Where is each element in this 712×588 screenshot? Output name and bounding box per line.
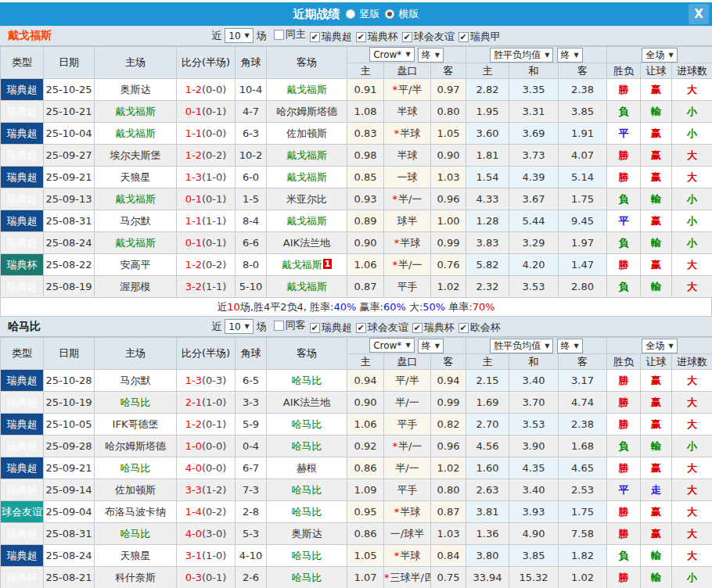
league-cell: 瑞典超 — [1, 123, 44, 145]
home-odds-cell: 0.85 — [347, 167, 384, 188]
final-odds-select[interactable]: 终▼ — [418, 48, 444, 63]
handicap-cell: *半/一 — [384, 436, 431, 457]
mean-away-cell: 2.38 — [559, 79, 607, 101]
result-handicap-cell: 輸 — [641, 436, 672, 457]
mean-draw-cell: 3.67 — [509, 188, 559, 210]
score-cell: 1-2(0-0) — [177, 79, 236, 101]
checkbox-checked-icon[interactable] — [412, 323, 423, 333]
match-row: 瑞典超25-08-19渥那模3-2(1-1)5-10戴戈福斯0.87平手1.02… — [1, 276, 712, 298]
score-cell: 3-3(1-2) — [177, 479, 236, 501]
bookmaker-select[interactable]: Crow*▼ — [369, 47, 414, 62]
home-team-cell: 布洛马波卡纳 — [95, 501, 177, 523]
checkbox-checked-icon[interactable] — [356, 323, 366, 333]
mean-select[interactable]: 胜平负均值▼ — [490, 339, 553, 353]
chevron-down-icon: ▼ — [245, 32, 250, 39]
score-cell: 4-0(0-0) — [177, 457, 236, 479]
league-filter-checked[interactable]: 球会友谊 — [402, 30, 455, 44]
away-odds-cell: 0.94 — [431, 370, 466, 392]
chevron-down-icon: ▼ — [668, 52, 673, 59]
result-wdl-cell: 勝 — [607, 501, 641, 523]
league-filter-checked[interactable]: 瑞典甲 — [458, 30, 501, 44]
league-filter-checked[interactable]: 瑞典超 — [310, 30, 352, 44]
recent-count-select[interactable]: 10 ▼ — [225, 28, 253, 43]
league-filter-checked[interactable]: 瑞典杯 — [356, 30, 398, 44]
date-cell: 25-10-19 — [44, 392, 95, 414]
scope-select[interactable]: 全场▼ — [642, 339, 677, 353]
checkbox-checked-icon[interactable] — [458, 32, 469, 42]
checkbox-checked-icon[interactable] — [458, 323, 469, 333]
league-cell: 瑞典超 — [1, 370, 44, 392]
result-goals-cell: 大 — [672, 254, 712, 276]
radio-vertical-layout[interactable] — [346, 9, 355, 19]
away-team-cell: 奥斯达 — [267, 523, 347, 545]
match-row: 瑞典超25-09-28哈尔姆斯塔德1-0(0-0)0-4哈马比0.92*半/一0… — [1, 436, 712, 457]
checkbox-checked-icon[interactable] — [310, 32, 320, 42]
odds-source-header: Crow*▼ 终▼ — [347, 47, 466, 63]
checkbox-unchecked-icon[interactable] — [274, 321, 284, 331]
result-wdl-cell: 平 — [607, 123, 641, 145]
mean-draw-cell: 4.90 — [509, 523, 559, 545]
select-value: Crow* — [373, 49, 401, 60]
radio-horizontal-label[interactable]: 横版 — [399, 7, 419, 21]
league-cell: 瑞典超 — [1, 457, 44, 479]
sub-mean-away: 客 — [559, 354, 607, 370]
col-score: 比分(半场) — [177, 338, 236, 370]
away-odds-cell: 0.87 — [431, 501, 466, 523]
checkbox-checked-icon[interactable] — [356, 32, 366, 42]
odds-source-header: Crow*▼ 终▼ — [347, 338, 466, 354]
league-filter-unchecked[interactable]: 同主 — [274, 27, 306, 41]
result-wdl-cell: 負 — [607, 545, 641, 567]
team-name: 哈马比 — [8, 320, 41, 334]
mean-home-cell: 1.36 — [466, 523, 509, 545]
final-mean-select[interactable]: 终▼ — [557, 48, 583, 63]
radio-vertical-label[interactable]: 竖版 — [360, 7, 380, 21]
mean-draw-cell: 15.32 — [509, 567, 559, 588]
scope-select[interactable]: 全场▼ — [642, 48, 677, 63]
league-filter-list: 同客瑞典超球会友谊瑞典杯欧会杯 — [270, 318, 501, 335]
checkbox-unchecked-icon[interactable] — [274, 30, 284, 40]
result-goals-cell: 大 — [672, 392, 712, 414]
col-home: 主场 — [95, 338, 177, 370]
col-type: 类型 — [1, 47, 44, 79]
radio-horizontal-layout[interactable] — [385, 9, 394, 19]
match-row: 瑞典超25-10-21戴戈福斯0-1(0-1)4-7哈尔姆斯塔德1.08半球0.… — [1, 101, 712, 123]
recent-count-select[interactable]: 10 ▼ — [225, 319, 253, 334]
chevron-down-icon: ▼ — [574, 52, 579, 59]
corner-cell: 6-7 — [236, 457, 267, 479]
league-filter-checked[interactable]: 瑞典超 — [310, 321, 352, 335]
mean-draw-cell: 4.39 — [509, 167, 559, 188]
home-odds-cell: 0.89 — [347, 210, 384, 232]
league-filter-checked[interactable]: 欧会杯 — [458, 321, 501, 335]
away-odds-cell: 1.00 — [431, 210, 466, 232]
handicap-cell: *半/一 — [384, 188, 431, 210]
away-odds-cell: 0.76 — [431, 254, 466, 276]
checkbox-checked-icon[interactable] — [310, 323, 320, 333]
home-odds-cell: 1.07 — [347, 567, 384, 588]
mean-select[interactable]: 胜平负均值▼ — [490, 48, 553, 63]
final-mean-select[interactable]: 终▼ — [557, 339, 583, 353]
league-filter-unchecked[interactable]: 同客 — [274, 318, 306, 332]
result-handicap-cell: 輸 — [641, 232, 672, 254]
handicap-cell: *三球半/四球 — [384, 567, 431, 588]
league-filter-checked[interactable]: 球会友谊 — [356, 321, 408, 335]
away-team-cell: 哈马比 — [267, 414, 347, 436]
live-star-icon: * — [393, 440, 398, 452]
section-header-1: 戴戈福斯 近 10 ▼ 场 同主瑞典超瑞典杯球会友谊瑞典甲 — [0, 26, 712, 46]
mean-away-cell: 1.97 — [559, 232, 607, 254]
bookmaker-select[interactable]: Crow*▼ — [369, 338, 414, 353]
date-cell: 25-09-13 — [44, 188, 95, 210]
home-odds-cell: 1.09 — [347, 479, 384, 501]
dialog-title: 近期战绩 — [293, 7, 340, 22]
away-team-cell: 哈马比 — [267, 479, 347, 501]
handicap-cell: 半/一 — [384, 457, 431, 479]
layout-radio-group: 竖版 横版 — [346, 7, 419, 21]
final-odds-select[interactable]: 终▼ — [418, 339, 444, 353]
sub-result-goals: 进球数 — [672, 63, 712, 79]
close-icon[interactable]: X — [689, 4, 709, 24]
score-cell: 0-3(0-1) — [177, 567, 236, 588]
away-odds-cell: 1.05 — [431, 123, 466, 145]
corner-cell: 10-2 — [236, 145, 267, 167]
checkbox-checked-icon[interactable] — [402, 32, 412, 42]
league-filter-checked[interactable]: 瑞典杯 — [412, 321, 455, 335]
away-odds-cell: 0.82 — [431, 414, 466, 436]
